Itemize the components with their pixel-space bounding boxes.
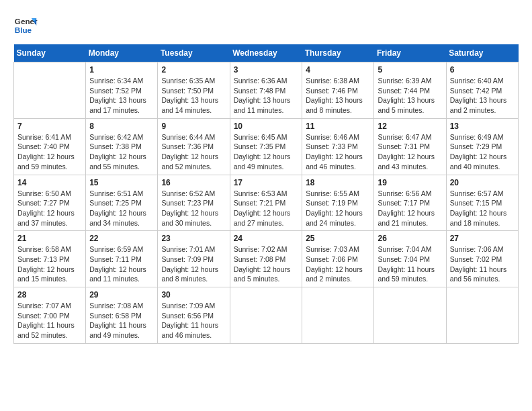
day-info: Sunrise: 6:50 AM Sunset: 7:27 PM Dayligh… <box>17 189 82 228</box>
calendar-cell: 29Sunrise: 7:08 AM Sunset: 6:58 PM Dayli… <box>86 287 158 344</box>
weekday-header-tuesday: Tuesday <box>158 44 230 62</box>
day-info: Sunrise: 7:06 AM Sunset: 7:02 PM Dayligh… <box>450 244 515 284</box>
day-info: Sunrise: 6:39 AM Sunset: 7:44 PM Dayligh… <box>378 76 442 116</box>
calendar-cell: 28Sunrise: 7:07 AM Sunset: 7:00 PM Dayli… <box>14 287 86 344</box>
day-info: Sunrise: 6:45 AM Sunset: 7:35 PM Dayligh… <box>234 132 299 172</box>
calendar-cell <box>14 62 86 119</box>
day-info: Sunrise: 6:49 AM Sunset: 7:29 PM Dayligh… <box>450 132 515 172</box>
day-info: Sunrise: 6:56 AM Sunset: 7:17 PM Dayligh… <box>378 189 442 228</box>
calendar-cell: 5Sunrise: 6:39 AM Sunset: 7:44 PM Daylig… <box>374 62 446 119</box>
svg-text:Blue: Blue <box>15 26 32 34</box>
calendar-cell: 16Sunrise: 6:52 AM Sunset: 7:23 PM Dayli… <box>158 175 230 231</box>
calendar-cell: 17Sunrise: 6:53 AM Sunset: 7:21 PM Dayli… <box>230 175 302 231</box>
calendar-table: SundayMondayTuesdayWednesdayThursdayFrid… <box>13 44 519 344</box>
calendar-cell: 3Sunrise: 6:36 AM Sunset: 7:48 PM Daylig… <box>230 62 302 119</box>
calendar-cell: 15Sunrise: 6:51 AM Sunset: 7:25 PM Dayli… <box>86 175 158 231</box>
calendar-cell: 7Sunrise: 6:41 AM Sunset: 7:40 PM Daylig… <box>14 118 86 175</box>
day-number: 21 <box>17 234 82 243</box>
calendar-cell: 24Sunrise: 7:02 AM Sunset: 7:08 PM Dayli… <box>230 231 302 287</box>
calendar-body: 1Sunrise: 6:34 AM Sunset: 7:52 PM Daylig… <box>14 62 519 344</box>
week-row-1: 7Sunrise: 6:41 AM Sunset: 7:40 PM Daylig… <box>14 118 519 175</box>
calendar-cell: 25Sunrise: 7:03 AM Sunset: 7:06 PM Dayli… <box>302 231 374 287</box>
page-header: General Blue <box>13 13 519 38</box>
day-info: Sunrise: 6:47 AM Sunset: 7:31 PM Dayligh… <box>378 132 442 172</box>
calendar-cell: 19Sunrise: 6:56 AM Sunset: 7:17 PM Dayli… <box>374 175 446 231</box>
day-number: 29 <box>89 290 154 300</box>
calendar-cell: 13Sunrise: 6:49 AM Sunset: 7:29 PM Dayli… <box>446 118 518 175</box>
calendar-cell: 26Sunrise: 7:04 AM Sunset: 7:04 PM Dayli… <box>374 231 446 287</box>
day-number: 20 <box>450 178 515 187</box>
day-info: Sunrise: 6:40 AM Sunset: 7:42 PM Dayligh… <box>450 76 515 116</box>
calendar-cell <box>446 287 518 344</box>
week-row-3: 21Sunrise: 6:58 AM Sunset: 7:13 PM Dayli… <box>14 231 519 287</box>
day-info: Sunrise: 6:35 AM Sunset: 7:50 PM Dayligh… <box>161 76 226 116</box>
day-info: Sunrise: 6:53 AM Sunset: 7:21 PM Dayligh… <box>234 189 299 228</box>
day-info: Sunrise: 6:58 AM Sunset: 7:13 PM Dayligh… <box>17 244 82 284</box>
calendar-cell: 9Sunrise: 6:44 AM Sunset: 7:36 PM Daylig… <box>158 118 230 175</box>
day-number: 11 <box>306 122 370 131</box>
day-number: 13 <box>450 122 515 131</box>
calendar-cell: 20Sunrise: 6:57 AM Sunset: 7:15 PM Dayli… <box>446 175 518 231</box>
day-info: Sunrise: 6:42 AM Sunset: 7:38 PM Dayligh… <box>89 132 154 172</box>
calendar-cell: 2Sunrise: 6:35 AM Sunset: 7:50 PM Daylig… <box>158 62 230 119</box>
calendar-cell: 10Sunrise: 6:45 AM Sunset: 7:35 PM Dayli… <box>230 118 302 175</box>
day-number: 28 <box>17 290 82 300</box>
day-number: 10 <box>234 122 299 131</box>
calendar-cell: 12Sunrise: 6:47 AM Sunset: 7:31 PM Dayli… <box>374 118 446 175</box>
day-info: Sunrise: 7:04 AM Sunset: 7:04 PM Dayligh… <box>378 244 442 284</box>
day-number: 18 <box>306 178 370 187</box>
day-info: Sunrise: 6:46 AM Sunset: 7:33 PM Dayligh… <box>306 132 370 172</box>
day-number: 5 <box>378 65 442 75</box>
day-number: 8 <box>89 122 154 131</box>
day-number: 14 <box>17 178 82 187</box>
day-number: 6 <box>450 65 515 75</box>
calendar-cell: 8Sunrise: 6:42 AM Sunset: 7:38 PM Daylig… <box>86 118 158 175</box>
calendar-cell: 18Sunrise: 6:55 AM Sunset: 7:19 PM Dayli… <box>302 175 374 231</box>
day-number: 3 <box>234 65 299 75</box>
day-number: 25 <box>306 234 370 243</box>
day-number: 30 <box>161 290 226 300</box>
calendar-cell: 30Sunrise: 7:09 AM Sunset: 6:56 PM Dayli… <box>158 287 230 344</box>
calendar-cell: 21Sunrise: 6:58 AM Sunset: 7:13 PM Dayli… <box>14 231 86 287</box>
day-info: Sunrise: 7:09 AM Sunset: 6:56 PM Dayligh… <box>161 301 226 340</box>
day-info: Sunrise: 6:51 AM Sunset: 7:25 PM Dayligh… <box>89 189 154 228</box>
calendar-cell <box>302 287 374 344</box>
day-info: Sunrise: 6:34 AM Sunset: 7:52 PM Dayligh… <box>89 76 154 116</box>
day-info: Sunrise: 6:44 AM Sunset: 7:36 PM Dayligh… <box>161 132 226 172</box>
weekday-header-friday: Friday <box>374 44 446 62</box>
weekday-header-row: SundayMondayTuesdayWednesdayThursdayFrid… <box>14 44 519 62</box>
day-info: Sunrise: 6:36 AM Sunset: 7:48 PM Dayligh… <box>234 76 299 116</box>
day-number: 2 <box>161 65 226 75</box>
day-info: Sunrise: 7:07 AM Sunset: 7:00 PM Dayligh… <box>17 301 82 340</box>
weekday-header-saturday: Saturday <box>446 44 518 62</box>
weekday-header-thursday: Thursday <box>302 44 374 62</box>
calendar-cell: 23Sunrise: 7:01 AM Sunset: 7:09 PM Dayli… <box>158 231 230 287</box>
calendar-cell: 1Sunrise: 6:34 AM Sunset: 7:52 PM Daylig… <box>86 62 158 119</box>
day-info: Sunrise: 7:08 AM Sunset: 6:58 PM Dayligh… <box>89 301 154 340</box>
weekday-header-monday: Monday <box>86 44 158 62</box>
day-number: 16 <box>161 178 226 187</box>
day-number: 9 <box>161 122 226 131</box>
calendar-cell: 27Sunrise: 7:06 AM Sunset: 7:02 PM Dayli… <box>446 231 518 287</box>
day-info: Sunrise: 6:59 AM Sunset: 7:11 PM Dayligh… <box>89 244 154 284</box>
day-number: 19 <box>378 178 442 187</box>
day-info: Sunrise: 6:55 AM Sunset: 7:19 PM Dayligh… <box>306 189 370 228</box>
day-info: Sunrise: 6:52 AM Sunset: 7:23 PM Dayligh… <box>161 189 226 228</box>
day-number: 1 <box>89 65 154 75</box>
calendar-cell <box>374 287 446 344</box>
week-row-4: 28Sunrise: 7:07 AM Sunset: 7:00 PM Dayli… <box>14 287 519 344</box>
day-info: Sunrise: 7:03 AM Sunset: 7:06 PM Dayligh… <box>306 244 370 284</box>
day-number: 17 <box>234 178 299 187</box>
calendar-cell: 6Sunrise: 6:40 AM Sunset: 7:42 PM Daylig… <box>446 62 518 119</box>
day-number: 27 <box>450 234 515 243</box>
day-info: Sunrise: 7:02 AM Sunset: 7:08 PM Dayligh… <box>234 244 299 284</box>
day-number: 22 <box>89 234 154 243</box>
day-number: 15 <box>89 178 154 187</box>
day-info: Sunrise: 6:57 AM Sunset: 7:15 PM Dayligh… <box>450 189 515 228</box>
day-number: 24 <box>234 234 299 243</box>
week-row-0: 1Sunrise: 6:34 AM Sunset: 7:52 PM Daylig… <box>14 62 519 119</box>
calendar-cell: 14Sunrise: 6:50 AM Sunset: 7:27 PM Dayli… <box>14 175 86 231</box>
calendar-cell: 11Sunrise: 6:46 AM Sunset: 7:33 PM Dayli… <box>302 118 374 175</box>
calendar-cell <box>230 287 302 344</box>
calendar-cell: 4Sunrise: 6:38 AM Sunset: 7:46 PM Daylig… <box>302 62 374 119</box>
